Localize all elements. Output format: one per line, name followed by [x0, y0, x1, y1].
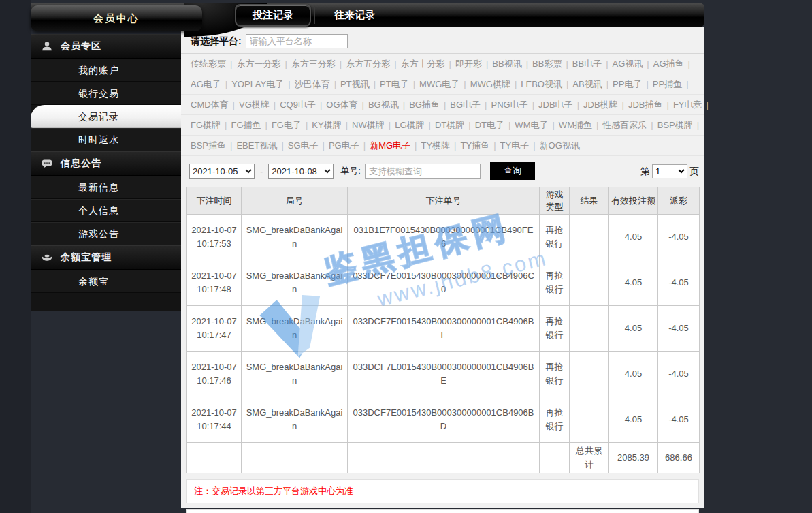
- platform-link[interactable]: LG棋牌: [395, 120, 424, 130]
- platform-link[interactable]: BSP棋牌: [657, 120, 693, 130]
- platform-link[interactable]: CMD体育: [191, 99, 229, 110]
- cell-result: [570, 306, 609, 352]
- sidebar-section-announcements[interactable]: 信息公告: [31, 151, 181, 176]
- platform-link[interactable]: SG电子: [288, 140, 319, 151]
- platform-link[interactable]: BG捕鱼: [409, 99, 440, 110]
- platform-link[interactable]: FG棋牌: [191, 120, 221, 130]
- platform-separator: |: [485, 99, 487, 110]
- platform-link[interactable]: AG电子: [191, 79, 221, 89]
- sidebar-item-transaction-records[interactable]: 交易记录: [31, 105, 181, 128]
- platform-link[interactable]: 沙巴体育: [295, 79, 330, 89]
- platform-link[interactable]: BB彩票: [532, 59, 562, 69]
- platform-separator: |: [449, 59, 451, 69]
- platform-link[interactable]: BG视讯: [368, 99, 399, 110]
- sidebar-item-latest-news[interactable]: 最新信息: [31, 176, 181, 199]
- platform-link[interactable]: VG棋牌: [239, 99, 270, 110]
- sidebar-item-yuebao[interactable]: 余额宝: [31, 270, 181, 293]
- platform-link[interactable]: PP捕鱼: [653, 79, 682, 89]
- platform-link[interactable]: PG电子: [329, 140, 359, 151]
- platform-link[interactable]: EBET视讯: [236, 140, 277, 151]
- platform-link[interactable]: TY棋牌: [421, 140, 450, 151]
- platform-link[interactable]: AG视讯: [613, 59, 643, 69]
- platform-link[interactable]: CQ9电子: [280, 99, 316, 110]
- platform-separator: |: [306, 120, 308, 130]
- sidebar-item-bank-transactions[interactable]: 银行交易: [31, 82, 181, 105]
- cell-order_no: 033DCF7E0015430B000300000001CB4906BE: [348, 352, 540, 397]
- platform-link[interactable]: JDB棋牌: [583, 99, 618, 110]
- platform-separator: |: [533, 140, 535, 151]
- sidebar-section-label: 信息公告: [61, 157, 101, 170]
- cell-valid_bet: 4.05: [609, 215, 658, 260]
- date-from-select[interactable]: 2021-10-05: [189, 164, 255, 179]
- platform-link[interactable]: MWG棋牌: [470, 79, 510, 89]
- platform-link[interactable]: AG捕鱼: [653, 59, 684, 69]
- cell-game_type: 再抢银行: [540, 260, 570, 306]
- search-button[interactable]: 查询: [490, 162, 535, 180]
- platform-link[interactable]: FG捕鱼: [231, 120, 261, 130]
- platform-link[interactable]: FY电竞: [673, 99, 702, 110]
- platform-link[interactable]: NW棋牌: [352, 120, 385, 130]
- sidebar-section-yuebao-management[interactable]: 余额宝管理: [31, 245, 181, 270]
- platform-link[interactable]: 东方一分彩: [236, 59, 280, 69]
- sidebar-section-member-zone[interactable]: 会员专区: [31, 34, 181, 59]
- platform-link[interactable]: KY棋牌: [312, 120, 341, 130]
- platform-link[interactable]: DT电子: [475, 120, 504, 130]
- order-number-input[interactable]: [365, 164, 481, 179]
- platform-link[interactable]: 即开彩: [455, 59, 482, 69]
- order-number-label: 单号:: [340, 165, 361, 177]
- platform-link[interactable]: TY电子: [500, 140, 530, 151]
- platform-link[interactable]: 新OG视讯: [540, 140, 580, 151]
- platform-link[interactable]: PP电子: [613, 79, 642, 89]
- platform-separator: |: [429, 120, 431, 130]
- tab-bet-records[interactable]: 投注记录: [235, 4, 311, 27]
- platform-link[interactable]: 东方十分彩: [401, 59, 445, 69]
- platform-link[interactable]: 性感百家乐: [602, 120, 647, 130]
- sidebar-item-game-announcements[interactable]: 游戏公告: [31, 222, 181, 245]
- platform-link[interactable]: BB电子: [572, 59, 602, 69]
- platform-separator: |: [225, 120, 227, 130]
- cell-order_no: 033DCF7E0015430B000300000001CB4906C0: [348, 260, 540, 306]
- platform-link[interactable]: WM电子: [515, 120, 548, 130]
- sidebar-section-label: 余额宝管理: [61, 251, 112, 264]
- platform-link[interactable]: PNG电子: [491, 99, 528, 110]
- platform-separator: |: [225, 79, 227, 89]
- platform-name-input[interactable]: [246, 34, 348, 48]
- platform-link[interactable]: PT电子: [380, 79, 409, 89]
- cell-time: 2021-10-07 10:17:44: [187, 397, 242, 443]
- bet-records-table: 下注时间局号下注单号游戏类型结果有效投注额派彩 2021-10-07 10:17…: [186, 187, 700, 473]
- platform-link[interactable]: TY捕鱼: [461, 140, 490, 151]
- platform-separator: |: [444, 99, 446, 110]
- platform-link[interactable]: BG电子: [450, 99, 481, 110]
- platform-link[interactable]: 新MG电子: [370, 140, 410, 151]
- platform-separator: |: [622, 99, 624, 110]
- tab-transfer-records[interactable]: 往来记录: [318, 5, 391, 25]
- sidebar-item-realtime-rebate[interactable]: 时时返水: [31, 128, 181, 151]
- platform-link[interactable]: WM捕鱼: [559, 120, 592, 130]
- platform-separator: |: [403, 99, 405, 110]
- platform-separator: |: [320, 99, 322, 110]
- platform-link[interactable]: DT棋牌: [435, 120, 464, 130]
- cell-result: [570, 215, 609, 260]
- platform-link[interactable]: 传统彩票: [191, 59, 226, 69]
- sidebar-item-my-account[interactable]: 我的账户: [31, 59, 181, 82]
- platform-link[interactable]: JDB电子: [538, 99, 573, 110]
- platform-link[interactable]: AB视讯: [572, 79, 602, 89]
- platform-separator: |: [274, 99, 276, 110]
- platform-link[interactable]: OG体育: [326, 99, 357, 110]
- platform-link[interactable]: 东方五分彩: [346, 59, 390, 69]
- date-to-select[interactable]: 2021-10-08: [268, 164, 334, 179]
- platform-separator: |: [667, 99, 669, 110]
- platform-link[interactable]: LEBO视讯: [521, 79, 562, 89]
- platform-link[interactable]: YOPLAY电子: [231, 79, 284, 89]
- platform-link[interactable]: BB视讯: [492, 59, 521, 69]
- column-header: 有效投注额: [609, 187, 658, 215]
- platform-link[interactable]: BSP捕鱼: [191, 140, 226, 151]
- platform-link[interactable]: JDB捕鱼: [628, 99, 663, 110]
- sidebar-item-personal-messages[interactable]: 个人信息: [31, 199, 181, 222]
- platform-link[interactable]: PT视讯: [340, 79, 370, 89]
- cell-result: [570, 352, 609, 397]
- platform-link[interactable]: 东方三分彩: [291, 59, 336, 69]
- page-number-select[interactable]: 1: [652, 164, 687, 178]
- platform-link[interactable]: MWG电子: [419, 79, 459, 89]
- platform-link[interactable]: FG电子: [272, 120, 302, 130]
